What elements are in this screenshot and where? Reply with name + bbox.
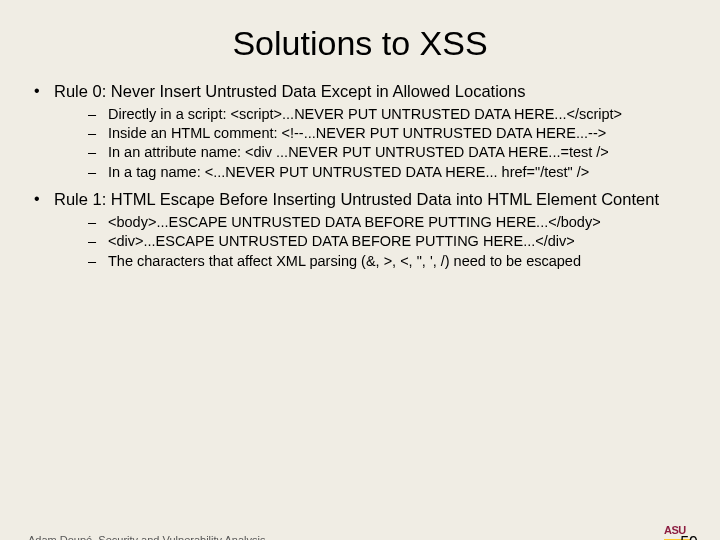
footer-text: Adam Doupé, Security and Vulnerability A… [28, 534, 265, 540]
sub-item: <div>...ESCAPE UNTRUSTED DATA BEFORE PUT… [88, 233, 692, 250]
sub-item: <body>...ESCAPE UNTRUSTED DATA BEFORE PU… [88, 214, 692, 231]
sub-list: <body>...ESCAPE UNTRUSTED DATA BEFORE PU… [54, 214, 692, 270]
slide: Solutions to XSS Rule 0: Never Insert Un… [0, 24, 720, 540]
sub-item: The characters that affect XML parsing (… [88, 253, 692, 270]
sub-item: Directly in a script: <script>...NEVER P… [88, 106, 692, 123]
bullet-text: Rule 0: Never Insert Untrusted Data Exce… [54, 82, 525, 100]
sub-item: In an attribute name: <div ...NEVER PUT … [88, 144, 692, 161]
sub-item: In a tag name: <...NEVER PUT UNTRUSTED D… [88, 164, 692, 181]
bullet-item: Rule 1: HTML Escape Before Inserting Unt… [28, 189, 692, 270]
asu-logo: ASU [664, 520, 694, 534]
slide-title: Solutions to XSS [0, 24, 720, 63]
sub-list: Directly in a script: <script>...NEVER P… [54, 106, 692, 182]
sub-item: Inside an HTML comment: <!--...NEVER PUT… [88, 125, 692, 142]
page-number: 59 [680, 534, 698, 540]
slide-content: Rule 0: Never Insert Untrusted Data Exce… [0, 81, 720, 270]
bullet-item: Rule 0: Never Insert Untrusted Data Exce… [28, 81, 692, 181]
bullet-list: Rule 0: Never Insert Untrusted Data Exce… [28, 81, 692, 270]
bullet-text: Rule 1: HTML Escape Before Inserting Unt… [54, 190, 659, 208]
